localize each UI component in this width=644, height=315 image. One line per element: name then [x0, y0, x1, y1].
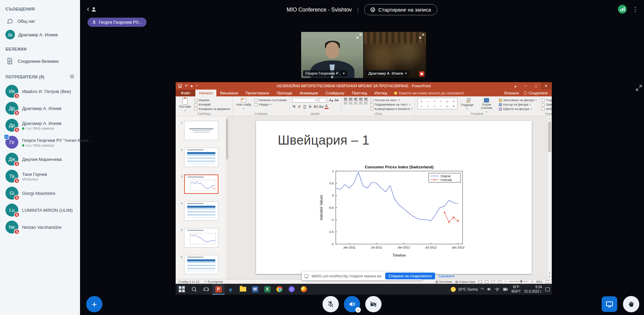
reading-view-icon[interactable]	[491, 280, 495, 283]
zoom-level[interactable]: 65%	[536, 280, 543, 283]
shrink-font-icon[interactable]: A▾	[335, 98, 339, 102]
shapes-gallery[interactable]: ╲→□○△◇ ─○□☆◇▾	[417, 98, 457, 109]
arrange-button[interactable]: Подреди▾	[460, 98, 474, 111]
notes-toggle[interactable]: ▤ Бележки	[435, 280, 452, 283]
columns-icon[interactable]	[364, 102, 368, 105]
taskbar-search-button[interactable]	[188, 284, 200, 295]
screenshare-toggle-button[interactable]	[602, 296, 617, 312]
ribbon-display-options-icon[interactable]: ▴	[510, 82, 521, 90]
raise-hand-button[interactable]	[623, 296, 639, 312]
webcam-name-dropdown[interactable]: Георги Георгиев Р...▾	[303, 70, 347, 76]
tab-slideshow[interactable]: Слайдшоу	[322, 90, 348, 96]
convert-smartart-button[interactable]: Конвертиране в SmartArt▾	[370, 107, 413, 111]
reset-button[interactable]: Начално състояние	[254, 98, 287, 102]
user-list-item[interactable]: Та Таня ГорчевМобилен	[0, 168, 80, 185]
slideshow-view-icon[interactable]	[498, 280, 501, 283]
taskbar-explorer-button[interactable]	[237, 284, 249, 295]
user-list-item[interactable]: Ге Георги Георгиев РУ "Ангел Кънч...със …	[0, 134, 80, 151]
spellcheck-language[interactable]: ✓ български	[204, 280, 223, 283]
select-button[interactable]: Избор▾	[542, 107, 552, 111]
tab-animations[interactable]: Анимации	[296, 90, 322, 96]
grow-font-icon[interactable]: A▴	[329, 98, 333, 102]
start-slideshow-icon[interactable]: ▶	[191, 85, 193, 88]
audio-toggle-button[interactable]	[344, 296, 360, 312]
taskbar-chrome-button[interactable]	[273, 284, 286, 295]
toggle-userlist-button[interactable]: ‹	[87, 5, 97, 14]
tab-transitions[interactable]: Преходи	[273, 90, 296, 96]
align-center-icon[interactable]	[349, 102, 353, 105]
user-list-item[interactable]: Ne Nestan Varshanidze	[0, 219, 80, 236]
numbering-icon[interactable]	[349, 98, 353, 100]
taskbar-firefox-button[interactable]	[298, 284, 310, 295]
align-left-icon[interactable]	[344, 102, 348, 105]
slide-thumbnail-2[interactable]: 2	[179, 148, 223, 167]
tab-review[interactable]: Преглед	[348, 90, 371, 96]
taskbar-excel-button[interactable]: X	[261, 284, 273, 295]
mute-toggle-button[interactable]	[323, 296, 339, 312]
window-minimize-button[interactable]: ─	[521, 82, 531, 90]
slide-thumbnail-5[interactable]: 5	[179, 228, 223, 247]
windows-start-button[interactable]	[176, 284, 188, 295]
shape-effects-button[interactable]: Ефекти на фигура▾	[499, 107, 536, 111]
align-text-button[interactable]: Подравняване на текст▾	[370, 103, 413, 106]
indent-decrease-icon[interactable]	[354, 98, 358, 100]
align-right-icon[interactable]	[354, 102, 358, 105]
stop-sharing-button[interactable]: Спиране на споделянето	[385, 273, 435, 279]
comments-toggle[interactable]: ▤ Коментари	[455, 280, 475, 283]
taskbar-viber-button[interactable]	[286, 284, 298, 295]
quick-styles-button[interactable]: Бързи стилове▾	[477, 98, 496, 113]
zoom-slider[interactable]	[509, 281, 528, 282]
slide-thumbnail-4[interactable]: 4	[179, 201, 223, 221]
tab-home[interactable]: Начало	[195, 90, 216, 96]
paste-button[interactable]: Постави▾	[178, 98, 192, 112]
user-list-item[interactable]: Gi Giorgi Abashidze	[0, 185, 80, 202]
private-chat-item[interactable]: Др Драгомир А. Илиев	[0, 28, 80, 41]
share-button[interactable]: Споделяне	[524, 91, 548, 95]
bold-button[interactable]: Ч	[292, 105, 296, 109]
speaker-tray-icon[interactable]	[487, 287, 491, 291]
tab-insert[interactable]: Вмъкване	[216, 90, 242, 96]
section-button[interactable]: Раздел▾	[254, 103, 287, 106]
shape-outline-button[interactable]: Контур на фигура▾	[499, 103, 536, 106]
webcam-fullscreen-icon[interactable]	[356, 34, 362, 39]
line-spacing-icon[interactable]	[364, 98, 368, 100]
bullets-icon[interactable]	[344, 98, 348, 100]
italic-button[interactable]: К	[297, 105, 301, 109]
justify-icon[interactable]	[359, 102, 363, 105]
task-view-button[interactable]	[200, 284, 212, 295]
tray-overflow-chevron-icon[interactable]	[481, 288, 484, 291]
network-icon[interactable]	[495, 288, 500, 291]
replace-button[interactable]: Заместване▾	[542, 103, 552, 106]
underline-button[interactable]: П	[303, 105, 307, 109]
shared-notes-item[interactable]: Споделени бележки	[0, 54, 80, 68]
strikethrough-button[interactable]: S	[308, 105, 312, 109]
action-center-icon[interactable]	[545, 288, 550, 291]
zoom-in-button[interactable]: +	[531, 280, 533, 283]
font-size-combobox[interactable]: ▾	[319, 98, 328, 103]
zoom-out-button[interactable]: −	[504, 280, 506, 283]
copy-button[interactable]: Копирай	[194, 103, 230, 106]
tell-me-box[interactable]: Кажете ми какво искате да направите	[391, 90, 468, 96]
window-close-button[interactable]: ✕	[541, 82, 551, 90]
slide-thumbnail-1[interactable]: 1	[179, 121, 223, 140]
audio-options-chevron[interactable]	[355, 307, 361, 313]
presentation-fullscreen-button[interactable]	[636, 85, 642, 91]
user-list-item[interactable]: Дж Джулия Маринчева	[0, 151, 80, 168]
camera-toggle-button[interactable]	[365, 296, 382, 312]
cut-button[interactable]: Изрежи	[194, 98, 230, 102]
character-spacing-icon[interactable]: AV	[314, 105, 318, 109]
user-list-item[interactable]: Ив Ивайло И. Петров (Вие)	[0, 83, 80, 100]
connection-status-icon[interactable]	[618, 5, 627, 14]
talking-indicator[interactable]: Георги Георгиев РУ...	[87, 18, 147, 27]
font-color-icon[interactable]: A	[325, 104, 329, 109]
change-case-icon[interactable]: Aa	[319, 105, 323, 109]
shape-fill-button[interactable]: Запълване на фигура▾	[499, 98, 536, 102]
thumbnails-scrollbar[interactable]	[226, 116, 228, 279]
webcam-fullscreen-icon[interactable]	[419, 34, 424, 39]
find-button[interactable]: Търсене	[542, 98, 552, 102]
webcam-name-dropdown[interactable]: Драгомир А. Илиев▾	[366, 70, 409, 76]
format-painter-button[interactable]: Копиране на формати	[194, 107, 230, 111]
user-list-item[interactable]: Др Драгомир А. Илиевсъс Web камера	[0, 117, 80, 134]
fit-slide-to-window-icon[interactable]	[546, 280, 549, 283]
tab-view[interactable]: Изглед	[371, 90, 391, 96]
